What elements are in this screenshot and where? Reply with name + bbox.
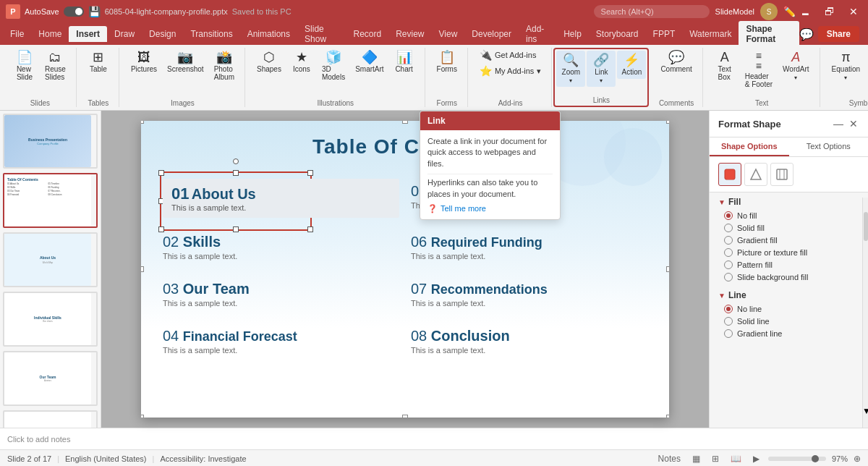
share-button[interactable]: Share (818, 26, 859, 42)
zoom-slider[interactable] (768, 457, 826, 461)
slide-thumb-5[interactable]: Our Team Avatars (3, 351, 98, 406)
tab-shape-options[interactable]: Shape Options (710, 137, 789, 156)
slideshow-button[interactable]: ▶ (750, 452, 762, 465)
pattern-fill-option[interactable]: Pattern fill (724, 260, 859, 269)
toc-item-conclusion[interactable]: 08 Conclusion This is a sample text. (411, 323, 647, 359)
tab-help[interactable]: Help (556, 26, 589, 42)
tab-slideshow[interactable]: Slide Show (297, 21, 346, 47)
tab-developer[interactable]: Developer (464, 26, 519, 42)
action-button[interactable]: ⚡ Action (617, 51, 646, 79)
fill-effects-icon-btn[interactable] (718, 163, 741, 186)
tab-shape-format[interactable]: Shape Format (739, 21, 799, 47)
slide-thumb-2[interactable]: Table Of Contents 01 About Us 05 Timelin… (3, 173, 98, 228)
scrollbar-thumb[interactable] (864, 212, 868, 241)
toc-item-team[interactable]: 03 Our Team This is a sample text. (163, 276, 399, 312)
comments-icon[interactable]: 💬 (799, 27, 814, 41)
tab-insert[interactable]: Insert (69, 26, 107, 42)
smartart-button[interactable]: 🔷 SmartArt (351, 48, 388, 76)
line-section-header[interactable]: ▼ Line (718, 290, 859, 300)
tab-storyboard[interactable]: Storyboard (589, 26, 646, 42)
toc-item-skills[interactable]: 02 Skills This is a sample text. (163, 229, 399, 265)
equation-dropdown[interactable]: ▾ (844, 75, 847, 81)
panel-close-button[interactable]: ✕ (848, 116, 859, 131)
solid-fill-radio[interactable] (724, 224, 733, 232)
fill-section-header[interactable]: ▼ Fill (718, 197, 859, 207)
my-addins-button[interactable]: ⭐ My Add-ins ▾ (475, 64, 545, 78)
tab-record[interactable]: Record (346, 26, 388, 42)
slide-bg-fill-option[interactable]: Slide background fill (724, 273, 859, 281)
no-line-option[interactable]: No line (724, 305, 859, 313)
chart-button[interactable]: 📊 Chart (390, 48, 419, 76)
gradient-fill-radio[interactable] (724, 236, 733, 245)
tab-design[interactable]: Design (142, 26, 183, 42)
solid-fill-option[interactable]: Solid fill (724, 224, 859, 232)
zoom-button[interactable]: 🔍 Zoom ▾ (556, 51, 585, 87)
outer-handle-br[interactable] (666, 415, 669, 418)
tab-file[interactable]: File (3, 26, 31, 42)
my-addins-dropdown[interactable]: ▾ (537, 67, 541, 76)
slide-thumb-4[interactable]: Individual Skills Bar charts (3, 292, 98, 347)
tab-fppt[interactable]: FPPT (646, 26, 683, 42)
tab-review[interactable]: Review (388, 26, 431, 42)
tab-draw[interactable]: Draw (107, 26, 142, 42)
header-footer-button[interactable]: ≡≡ Header& Footer (741, 48, 777, 91)
panel-minimize-button[interactable]: — (832, 116, 845, 131)
picture-texture-fill-option[interactable]: Picture or texture fill (724, 248, 859, 257)
slide-thumb-3[interactable]: About Us World Map (3, 232, 98, 287)
outer-handle-right[interactable] (666, 266, 669, 272)
solid-line-radio[interactable] (724, 317, 733, 326)
toc-item-about[interactable]: 01 About Us This is a sample text. (163, 179, 399, 218)
notes-bar[interactable]: Click to add notes (0, 428, 868, 449)
toc-item-funding[interactable]: 06 Required Funding This is a sample tex… (411, 229, 647, 265)
outer-handle-tr[interactable] (666, 121, 669, 124)
slide-thumb-6[interactable]: T15B Homepage Slider (3, 410, 98, 428)
close-button[interactable]: ✕ (845, 6, 862, 17)
link-button[interactable]: 🔗 Link ▾ (587, 51, 616, 87)
save-icon[interactable]: 💾 (88, 6, 101, 17)
wordart-button[interactable]: A WordArt ▾ (778, 48, 814, 84)
picture-texture-fill-radio[interactable] (724, 248, 733, 257)
autosave-toggle[interactable] (64, 7, 84, 17)
screenshot-button[interactable]: 📷 Screenshot (163, 48, 208, 76)
shapes-button[interactable]: ⬡ Shapes (252, 48, 286, 76)
outer-handle-top[interactable] (402, 121, 408, 124)
table-button[interactable]: ⊞ Table (84, 48, 113, 76)
search-input[interactable] (594, 5, 710, 18)
outer-handle-bottom[interactable] (402, 415, 408, 418)
new-slide-button[interactable]: 📄 NewSlide (10, 48, 39, 84)
tab-home[interactable]: Home (31, 26, 69, 42)
comment-button[interactable]: 💬 Comment (656, 48, 696, 76)
tab-text-options[interactable]: Text Options (789, 137, 869, 156)
slide-canvas[interactable]: Table Of Contents 01 (141, 121, 669, 418)
pictures-button[interactable]: 🖼 Pictures (127, 48, 161, 76)
restore-button[interactable]: 🗗 (820, 6, 839, 17)
no-fill-radio[interactable] (724, 211, 733, 220)
wordart-dropdown[interactable]: ▾ (794, 75, 797, 81)
zoom-dropdown[interactable]: ▾ (569, 77, 572, 84)
outer-handle-bl[interactable] (141, 415, 144, 418)
reuse-slides-button[interactable]: 🗂 ReuseSlides (41, 48, 70, 84)
outer-handle-left[interactable] (141, 266, 144, 272)
slide-bg-fill-radio[interactable] (724, 273, 733, 281)
no-fill-option[interactable]: No fill (724, 211, 859, 220)
tooltip-learn-more-link[interactable]: ❓ Tell me more (427, 204, 553, 213)
icons-button[interactable]: ★ Icons (287, 48, 316, 76)
textbox-button[interactable]: A TextBox (710, 48, 739, 84)
edit-icon[interactable]: ✏️ (783, 6, 796, 17)
shadow-icon-btn[interactable] (744, 163, 767, 186)
accessibility-label[interactable]: Accessibility: Investigate (160, 454, 246, 463)
tab-animations[interactable]: Animations (240, 26, 297, 42)
gradient-line-radio[interactable] (724, 329, 733, 338)
zoom-in-button[interactable]: ⊕ (854, 454, 861, 464)
normal-view-button[interactable]: ▦ (689, 452, 703, 465)
get-addins-button[interactable]: 🔌 Get Add-ins (475, 48, 540, 62)
photo-album-button[interactable]: 📸 PhotoAlbum (210, 48, 239, 84)
reading-view-button[interactable]: 📖 (728, 452, 744, 465)
notes-view-button[interactable]: Notes (655, 452, 684, 465)
tab-addins[interactable]: Add-ins (519, 21, 556, 47)
gradient-fill-option[interactable]: Gradient fill (724, 236, 859, 245)
link-dropdown[interactable]: ▾ (600, 77, 603, 84)
pattern-fill-radio[interactable] (724, 260, 733, 269)
outer-handle-tl[interactable] (141, 121, 144, 124)
minimize-button[interactable]: 🗕 (796, 6, 814, 17)
